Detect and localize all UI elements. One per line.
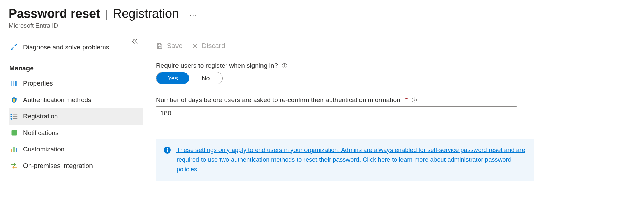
days-label: Number of days before users are asked to… <box>156 96 400 104</box>
sidebar-item-properties[interactable]: Properties <box>9 75 143 92</box>
days-input[interactable] <box>156 106 517 120</box>
svg-rect-13 <box>158 43 160 45</box>
svg-rect-11 <box>13 147 14 152</box>
svg-rect-14 <box>158 46 161 48</box>
save-label: Save <box>167 42 183 50</box>
svg-rect-3 <box>15 81 16 86</box>
svg-rect-1 <box>12 81 13 86</box>
svg-point-18 <box>284 64 285 65</box>
info-icon[interactable] <box>411 97 417 103</box>
shield-icon <box>10 96 18 104</box>
notification-icon <box>10 129 18 137</box>
svg-rect-8 <box>14 131 14 134</box>
sidebar-item-label: On-premises integration <box>23 162 93 170</box>
sidebar-item-auth-methods[interactable]: Authentication methods <box>9 92 143 108</box>
svg-rect-9 <box>14 134 14 135</box>
sidebar-item-label: Registration <box>23 113 58 120</box>
require-register-toggle: Yes No <box>156 72 223 84</box>
discard-label: Discard <box>202 42 225 50</box>
page-subtitle: Registration <box>113 7 179 21</box>
page-title: Password reset <box>9 7 100 21</box>
sidebar-item-label: Diagnose and solve problems <box>23 44 109 51</box>
svg-rect-19 <box>284 65 285 67</box>
sidebar: Diagnose and solve problems Manage Prope… <box>9 39 143 181</box>
svg-point-21 <box>414 99 415 99</box>
sidebar-item-label: Customization <box>23 146 64 153</box>
svg-rect-12 <box>16 148 17 152</box>
sidebar-item-label: Notifications <box>23 129 59 137</box>
sidebar-item-diagnose[interactable]: Diagnose and solve problems <box>9 39 143 56</box>
title-separator: | <box>105 7 108 21</box>
svg-point-24 <box>167 148 168 149</box>
svg-rect-22 <box>414 100 414 101</box>
svg-rect-25 <box>167 149 168 152</box>
bars-icon <box>10 145 18 154</box>
more-actions-button[interactable]: ··· <box>189 11 197 20</box>
toolbar: Save Discard <box>156 39 644 54</box>
sync-icon <box>10 162 18 170</box>
sliders-icon <box>10 79 18 88</box>
sidebar-item-notifications[interactable]: Notifications <box>9 125 143 141</box>
info-banner-link[interactable]: These settings only apply to end users i… <box>176 146 527 174</box>
checklist-icon <box>10 112 18 121</box>
toggle-option-no[interactable]: No <box>189 72 222 84</box>
require-register-label: Require users to register when signing i… <box>156 62 278 69</box>
info-banner: These settings only apply to end users i… <box>156 139 534 181</box>
sidebar-item-onprem[interactable]: On-premises integration <box>9 158 143 174</box>
info-filled-icon <box>163 146 171 155</box>
discard-button[interactable]: Discard <box>192 42 225 50</box>
sidebar-section-manage: Manage <box>9 65 143 72</box>
sidebar-item-label: Properties <box>23 80 53 87</box>
svg-rect-10 <box>11 149 12 152</box>
collapse-sidebar-icon[interactable] <box>132 38 138 46</box>
sidebar-item-customization[interactable]: Customization <box>9 141 143 158</box>
main-pane: Save Discard Require users to register w… <box>143 39 644 181</box>
page-subheading: Microsoft Entra ID <box>9 22 644 30</box>
page-header: Password reset | Registration ··· <box>9 7 644 21</box>
wrench-icon <box>10 43 18 52</box>
sidebar-item-label: Authentication methods <box>23 96 92 104</box>
info-icon[interactable] <box>281 62 288 69</box>
required-indicator: * <box>405 96 408 104</box>
save-button[interactable]: Save <box>156 42 183 50</box>
toggle-option-yes[interactable]: Yes <box>156 72 189 84</box>
svg-rect-2 <box>13 81 14 86</box>
svg-point-0 <box>11 49 13 50</box>
sidebar-item-registration[interactable]: Registration <box>9 108 143 125</box>
